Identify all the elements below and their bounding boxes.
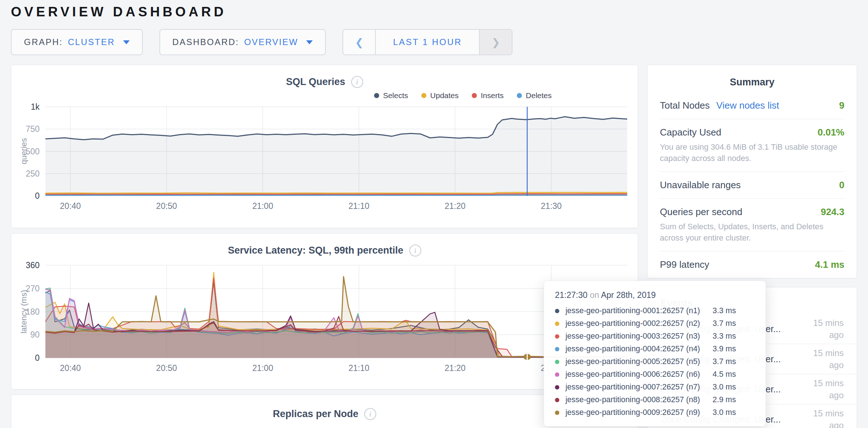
event-timestamp: 15 mins ago — [799, 377, 844, 401]
series-dot-icon — [555, 385, 559, 389]
tooltip-node-value: 3.3 ms — [713, 332, 736, 341]
summary-row-description: Sum of Selects, Updates, Inserts, and De… — [660, 221, 844, 243]
svg-text:20:40: 20:40 — [60, 363, 81, 373]
series-dot-icon — [555, 360, 559, 364]
time-range-value[interactable]: LAST 1 HOUR — [376, 30, 479, 54]
summary-row: Capacity Used0.01%You are using 304.6 Mi… — [660, 119, 844, 172]
tooltip-node-row: jesse-geo-partitioning-0002:26257 (n2)3.… — [555, 317, 755, 330]
legend-item-inserts: Inserts — [472, 91, 504, 100]
sql-queries-plot[interactable]: 02505007501k20:4020:5021:0021:1021:2021:… — [14, 103, 630, 212]
graph-dropdown-value: CLUSTER — [68, 37, 115, 47]
time-range-picker: ❮ LAST 1 HOUR ❯ — [342, 29, 512, 55]
legend-item-deletes: Deletes — [517, 91, 552, 100]
tooltip-node-row: jesse-geo-partitioning-0007:26257 (n7)3.… — [555, 381, 755, 393]
tooltip-node-row: jesse-geo-partitioning-0009:26257 (n9)3.… — [555, 406, 755, 419]
sql-queries-chart: queries 02505007501k20:4020:5021:0021:10… — [14, 103, 638, 213]
view-nodes-list-link[interactable]: View nodes list — [716, 100, 779, 111]
svg-text:21:20: 21:20 — [445, 363, 466, 373]
time-range-prev-button[interactable]: ❮ — [343, 30, 376, 54]
summary-row-value: 4.1 ms — [815, 259, 844, 270]
sql-queries-title: SQL Queries — [286, 76, 345, 88]
svg-text:21:10: 21:10 — [348, 201, 369, 211]
dashboard-dropdown[interactable]: DASHBOARD: OVERVIEW — [159, 29, 326, 55]
info-icon[interactable]: i — [364, 408, 376, 420]
summary-row-value: 924.3 — [821, 206, 844, 218]
tooltip-node-row: jesse-geo-partitioning-0005:26257 (n5)3.… — [555, 355, 755, 368]
tooltip-node-name: jesse-geo-partitioning-0007:26257 (n7) — [565, 383, 713, 392]
dashboard-dropdown-label: DASHBOARD: — [173, 37, 239, 47]
summary-panel: Summary Total NodesView nodes list9Capac… — [647, 65, 857, 278]
page-title: OVERVIEW DASHBOARD — [0, 0, 868, 20]
sql-y-axis-label: queries — [19, 107, 29, 196]
service-latency-plot[interactable]: 09018027036020:4020:5021:0021:1021:2021:… — [14, 262, 630, 374]
tooltip-node-value: 3.7 ms — [713, 357, 736, 366]
tooltip-node-name: jesse-geo-partitioning-0008:26257 (n8) — [565, 395, 713, 404]
series-dot-icon — [555, 334, 559, 339]
summary-row-label: Queries per second — [660, 206, 742, 218]
tooltip-node-name: jesse-geo-partitioning-0005:26257 (n5) — [565, 357, 713, 366]
legend-item-updates: Updates — [421, 91, 459, 100]
graph-dropdown-label: GRAPH: — [24, 37, 63, 47]
legend-label: Selects — [383, 91, 408, 100]
tooltip-node-value: 3.9 ms — [713, 344, 736, 354]
summary-row-top: Queries per second924.3 — [660, 206, 844, 218]
tooltip-node-value: 3.7 ms — [713, 319, 736, 328]
summary-row: P99 latency4.1 ms — [660, 251, 844, 278]
tooltip-node-row: jesse-geo-partitioning-0008:26257 (n8)2.… — [555, 393, 755, 406]
dashboard-dropdown-value: OVERVIEW — [244, 37, 298, 47]
tooltip-node-row: jesse-geo-partitioning-0001:26257 (n1)3.… — [555, 304, 755, 317]
summary-rows: Total NodesView nodes list9Capacity Used… — [648, 92, 857, 278]
tooltip-node-name: jesse-geo-partitioning-0001:26257 (n1) — [565, 306, 713, 315]
chevron-down-icon — [123, 40, 130, 44]
svg-text:0: 0 — [35, 191, 40, 201]
chevron-right-icon: ❯ — [491, 36, 500, 48]
tooltip-node-name: jesse-geo-partitioning-0009:26257 (n9) — [565, 408, 713, 417]
tooltip-node-value: 3.0 ms — [713, 408, 736, 417]
service-latency-title: Service Latency: SQL, 99th percentile — [228, 245, 403, 256]
info-icon[interactable]: i — [351, 76, 363, 88]
summary-row-value: 0 — [839, 179, 844, 191]
chart-hover-tooltip: 21:27:30 on Apr 28th, 2019 jesse-geo-par… — [544, 280, 766, 427]
tooltip-node-row: jesse-geo-partitioning-0006:26257 (n6)4.… — [555, 368, 755, 381]
tooltip-node-name: jesse-geo-partitioning-0003:26257 (n3) — [565, 332, 713, 341]
sql-queries-panel: SQL Queries i SelectsUpdatesInsertsDelet… — [11, 65, 638, 228]
event-timestamp: 15 mins ago — [799, 347, 844, 371]
event-timestamp: 15 mins ago — [799, 317, 844, 341]
info-icon[interactable]: i — [409, 245, 421, 257]
series-dot-icon — [555, 411, 559, 415]
tooltip-node-name: jesse-geo-partitioning-0002:26257 (n2) — [565, 319, 713, 328]
legend-dot-icon — [421, 93, 426, 98]
legend-label: Deletes — [526, 91, 552, 100]
svg-text:90: 90 — [30, 330, 40, 339]
svg-text:21:10: 21:10 — [348, 363, 369, 373]
summary-row-label: P99 latency — [660, 259, 709, 270]
legend-label: Updates — [430, 91, 459, 100]
sql-queries-legend: SelectsUpdatesInsertsDeletes — [374, 91, 552, 100]
svg-text:21:00: 21:00 — [252, 363, 273, 373]
dashboard-controls: GRAPH: CLUSTER DASHBOARD: OVERVIEW ❮ LAS… — [11, 29, 868, 55]
summary-row-top: Capacity Used0.01% — [660, 127, 844, 138]
summary-row-label: Capacity Used — [660, 127, 721, 138]
chevron-left-icon: ❮ — [355, 36, 363, 48]
overview-dashboard-page: OVERVIEW DASHBOARD GRAPH: CLUSTER DASHBO… — [0, 0, 868, 428]
tooltip-node-row: jesse-geo-partitioning-0004:26257 (n4)3.… — [555, 343, 755, 355]
summary-row-label: Unavailable ranges — [660, 179, 741, 191]
summary-row: Queries per second924.3Sum of Selects, U… — [660, 199, 844, 251]
replicas-title: Replicas per Node — [273, 408, 358, 420]
series-dot-icon — [555, 372, 559, 377]
legend-dot-icon — [517, 93, 522, 98]
chevron-down-icon — [306, 40, 313, 44]
service-latency-title-row: Service Latency: SQL, 99th percentile i — [11, 245, 638, 257]
summary-row-label: Total Nodes — [660, 100, 710, 111]
svg-text:20:50: 20:50 — [156, 363, 177, 373]
svg-text:20:50: 20:50 — [156, 201, 177, 211]
legend-dot-icon — [374, 93, 379, 98]
summary-row-top: Total NodesView nodes list9 — [660, 100, 844, 111]
svg-text:20:40: 20:40 — [60, 201, 81, 211]
tooltip-node-value: 3.3 ms — [713, 306, 736, 315]
summary-row: Unavailable ranges0 — [660, 172, 844, 199]
tooltip-node-row: jesse-geo-partitioning-0003:26257 (n3)3.… — [555, 330, 755, 343]
time-range-next-button[interactable]: ❯ — [479, 30, 512, 54]
summary-row-top: P99 latency4.1 ms — [660, 259, 844, 270]
graph-dropdown[interactable]: GRAPH: CLUSTER — [11, 29, 143, 55]
